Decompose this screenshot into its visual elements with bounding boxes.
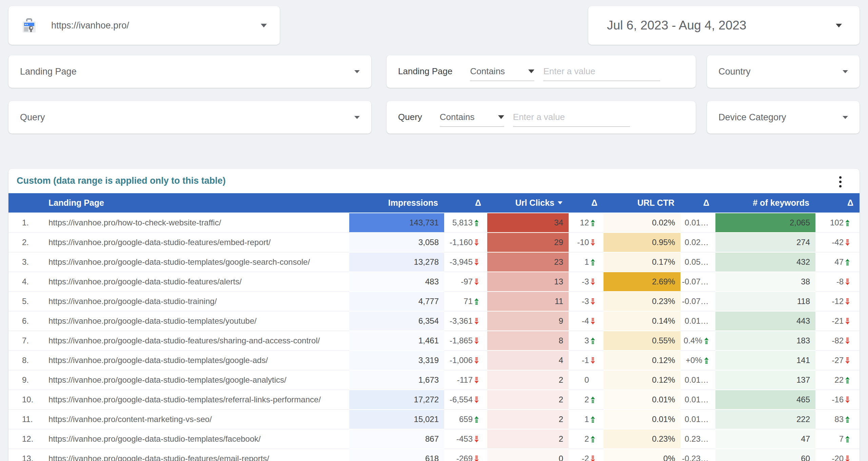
- keywords-cell: 137: [715, 370, 815, 390]
- url-clicks-cell: 9: [487, 311, 569, 331]
- delta-down-icon: [474, 239, 479, 246]
- landing-page-advanced-filter: Landing Page Contains Enter a value: [387, 55, 696, 88]
- url-ctr-cell: 0.23%: [604, 292, 680, 311]
- delta-down-icon: [591, 239, 595, 246]
- impressions-cell: 618: [349, 449, 444, 461]
- report-page: https://ivanhoe.pro/ Jul 6, 2023 - Aug 4…: [0, 0, 868, 461]
- impressions-delta-cell: -453: [444, 429, 487, 449]
- url-clicks-delta-cell: 1: [569, 252, 604, 272]
- url-clicks-header-label: Url Clicks: [515, 198, 554, 208]
- chevron-down-icon: [843, 116, 848, 119]
- query-dropdown-label: Query: [20, 112, 45, 123]
- impressions-cell: 17,272: [349, 390, 444, 409]
- keywords-delta-header[interactable]: Δ: [815, 193, 860, 213]
- row-number-header: [8, 193, 39, 213]
- url-clicks-cell: 11: [487, 292, 569, 311]
- delta-down-icon: [591, 456, 595, 461]
- landing-page-cell: https://ivanhoe.pro/google-data-studio-f…: [39, 272, 349, 292]
- delta-down-icon: [474, 318, 479, 324]
- url-clicks-delta-cell: 1: [569, 409, 604, 429]
- impressions-cell: 3,319: [349, 350, 444, 370]
- url-clicks-delta-cell: 3: [569, 331, 604, 350]
- url-clicks-delta-cell: 2: [569, 429, 604, 449]
- filter-value-input[interactable]: Enter a value: [513, 112, 630, 127]
- url-ctr-delta-header[interactable]: Δ: [680, 193, 715, 213]
- chevron-down-icon: [354, 116, 360, 119]
- table-body: 1.https://ivanhoe.pro/how-to-check-websi…: [8, 213, 860, 461]
- keywords-delta-cell: 22: [815, 370, 860, 390]
- filter-label: Query: [398, 112, 422, 127]
- date-range-picker[interactable]: Jul 6, 2023 - Aug 4, 2023: [588, 6, 860, 45]
- impressions-cell: 1,461: [349, 331, 444, 350]
- impressions-delta-cell: 659: [444, 409, 487, 429]
- impressions-delta-cell: -3,361: [444, 311, 487, 331]
- keywords-header[interactable]: # of keywords: [715, 193, 815, 213]
- impressions-header[interactable]: Impressions: [349, 193, 444, 213]
- delta-down-icon: [591, 357, 595, 364]
- row-index: 11.: [8, 409, 39, 429]
- row-index: 5.: [8, 292, 39, 311]
- url-ctr-cell: 0%: [604, 449, 680, 461]
- keywords-cell: 222: [715, 409, 815, 429]
- filter-operator-select[interactable]: Contains: [440, 112, 504, 127]
- device-category-dropdown-label: Device Category: [718, 112, 786, 123]
- query-advanced-filter: Query Contains Enter a value: [387, 101, 696, 134]
- keywords-delta-cell: 7: [815, 429, 860, 449]
- keywords-cell: 2,065: [715, 213, 815, 233]
- impressions-delta-cell: -1,865: [444, 331, 487, 350]
- landing-page-cell: https://ivanhoe.pro/how-to-check-website…: [39, 213, 349, 233]
- property-selector[interactable]: https://ivanhoe.pro/: [8, 6, 280, 45]
- data-table: Landing Page Impressions Δ Url Clicks Δ …: [8, 193, 860, 461]
- url-ctr-header[interactable]: URL CTR: [604, 193, 680, 213]
- query-dropdown[interactable]: Query: [8, 101, 371, 134]
- url-ctr-delta-cell: 0.01…: [680, 409, 715, 429]
- url-clicks-delta-cell: -2: [569, 449, 604, 461]
- landing-page-dropdown[interactable]: Landing Page: [8, 55, 371, 88]
- table-row: 13.https://ivanhoe.pro/google-data-studi…: [8, 449, 860, 461]
- url-clicks-cell: 2: [487, 429, 569, 449]
- table-row: 5.https://ivanhoe.pro/google-data-studio…: [8, 292, 860, 311]
- table-options-menu-icon[interactable]: [835, 175, 845, 188]
- impressions-delta-cell: 5,813: [444, 213, 487, 233]
- row-index: 6.: [8, 311, 39, 331]
- custom-table-card: Custom (data range is applied only to th…: [8, 169, 860, 461]
- url-ctr-delta-cell: -0.23…: [680, 449, 715, 461]
- impressions-delta-cell: -3,945: [444, 252, 487, 272]
- delta-down-icon: [845, 298, 850, 305]
- delta-up-icon: [845, 259, 850, 265]
- table-row: 7.https://ivanhoe.pro/google-data-studio…: [8, 331, 860, 350]
- chevron-down-icon: [843, 70, 848, 73]
- filter-operator-select[interactable]: Contains: [470, 66, 534, 81]
- url-clicks-delta-cell: -3: [569, 272, 604, 292]
- impressions-cell: 13,278: [349, 252, 444, 272]
- url-clicks-delta-cell: -4: [569, 311, 604, 331]
- row-index: 4.: [8, 272, 39, 292]
- url-ctr-cell: 0.12%: [604, 370, 680, 390]
- impressions-delta-header[interactable]: Δ: [444, 193, 487, 213]
- chevron-down-icon: [261, 24, 267, 27]
- device-category-dropdown[interactable]: Device Category: [707, 101, 860, 134]
- chevron-down-icon: [354, 70, 360, 73]
- chevron-down-icon: [498, 115, 504, 119]
- landing-page-cell: https://ivanhoe.pro/google-data-studio-t…: [39, 350, 349, 370]
- landing-page-cell: https://ivanhoe.pro/google-data-studio-f…: [39, 331, 349, 350]
- url-ctr-cell: 0.01%: [604, 390, 680, 409]
- table-row: 9.https://ivanhoe.pro/google-data-studio…: [8, 370, 860, 390]
- country-dropdown[interactable]: Country: [707, 55, 860, 88]
- keywords-cell: 47: [715, 429, 815, 449]
- table-row: 4.https://ivanhoe.pro/google-data-studio…: [8, 272, 860, 292]
- delta-up-icon: [474, 298, 479, 305]
- delta-down-icon: [845, 318, 850, 324]
- landing-page-header[interactable]: Landing Page: [39, 193, 349, 213]
- url-ctr-delta-cell: 0.23…: [680, 429, 715, 449]
- keywords-delta-cell: -82: [815, 331, 860, 350]
- url-clicks-header[interactable]: Url Clicks: [487, 193, 569, 213]
- keywords-delta-cell: -27: [815, 350, 860, 370]
- url-ctr-cell: 0.12%: [604, 350, 680, 370]
- url-ctr-cell: 0.01%: [604, 409, 680, 429]
- delta-up-icon: [591, 436, 595, 442]
- url-clicks-cell: 8: [487, 331, 569, 350]
- url-ctr-delta-cell: 0.02…: [680, 233, 715, 252]
- url-clicks-delta-header[interactable]: Δ: [569, 193, 604, 213]
- filter-value-input[interactable]: Enter a value: [543, 66, 660, 81]
